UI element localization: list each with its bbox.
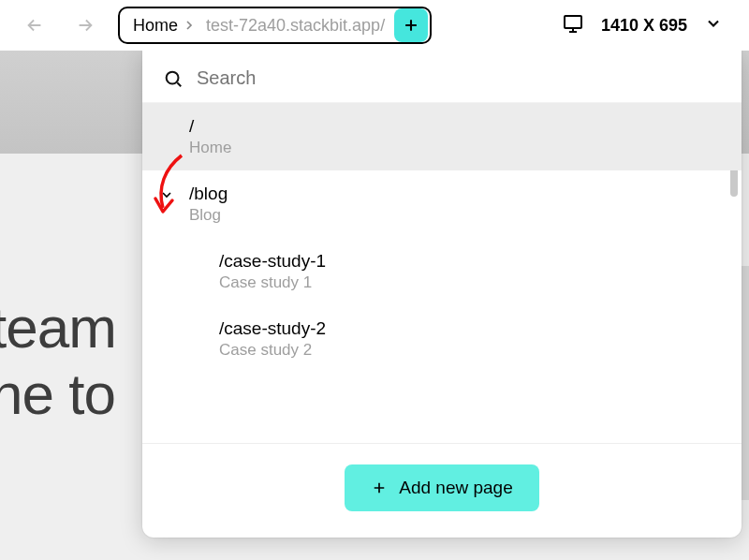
page-title: Home bbox=[189, 139, 723, 157]
chevron-right-icon bbox=[182, 18, 197, 33]
nav-arrows bbox=[9, 13, 107, 37]
page-title: Case study 1 bbox=[219, 273, 723, 292]
search-icon bbox=[163, 68, 184, 89]
breadcrumb-home[interactable]: Home bbox=[120, 16, 206, 36]
desktop-icon bbox=[562, 12, 584, 38]
page-path: /case-study-1 bbox=[219, 251, 723, 272]
plus-icon bbox=[371, 479, 388, 496]
arrow-right-icon bbox=[75, 15, 95, 36]
page-path: /blog bbox=[189, 184, 723, 204]
search-row bbox=[142, 51, 742, 102]
viewport-selector[interactable]: 1410 X 695 bbox=[562, 12, 740, 38]
plus-icon bbox=[402, 16, 420, 35]
page-item-blog[interactable]: /blog Blog bbox=[142, 170, 742, 238]
chevron-down-icon bbox=[159, 187, 174, 202]
chevron-down-icon bbox=[704, 14, 723, 37]
back-button[interactable] bbox=[22, 13, 47, 37]
breadcrumb-home-label: Home bbox=[133, 16, 178, 36]
breadcrumb-bar[interactable]: Home test-72a40.stackbit.app/ bbox=[118, 7, 432, 44]
add-new-page-label: Add new page bbox=[399, 478, 513, 498]
page-path: / bbox=[189, 116, 723, 137]
forward-button[interactable] bbox=[73, 13, 97, 37]
page-item-case-study-2[interactable]: /case-study-2 Case study 2 bbox=[142, 305, 742, 373]
viewport-dimensions: 1410 X 695 bbox=[601, 16, 687, 36]
expand-toggle[interactable] bbox=[159, 187, 174, 202]
breadcrumb-add-button[interactable] bbox=[394, 8, 428, 42]
page-path: /case-study-2 bbox=[219, 318, 723, 339]
page-title: Case study 2 bbox=[219, 341, 723, 360]
add-new-page-button[interactable]: Add new page bbox=[345, 464, 539, 511]
pages-dropdown-panel: / Home /blog Blog /case-study-1 Case stu… bbox=[142, 51, 742, 538]
top-toolbar: Home test-72a40.stackbit.app/ 1410 X 695 bbox=[0, 0, 749, 51]
search-input[interactable] bbox=[197, 67, 721, 89]
svg-rect-0 bbox=[565, 16, 581, 28]
page-list: / Home /blog Blog /case-study-1 Case stu… bbox=[142, 102, 742, 443]
breadcrumb-url[interactable]: test-72a40.stackbit.app/ bbox=[206, 16, 394, 36]
page-title: Blog bbox=[189, 206, 723, 225]
page-item-home[interactable]: / Home bbox=[142, 103, 742, 170]
arrow-left-icon bbox=[24, 15, 45, 36]
svg-point-1 bbox=[167, 71, 179, 83]
panel-footer: Add new page bbox=[142, 443, 742, 538]
page-item-case-study-1[interactable]: /case-study-1 Case study 1 bbox=[142, 238, 742, 305]
